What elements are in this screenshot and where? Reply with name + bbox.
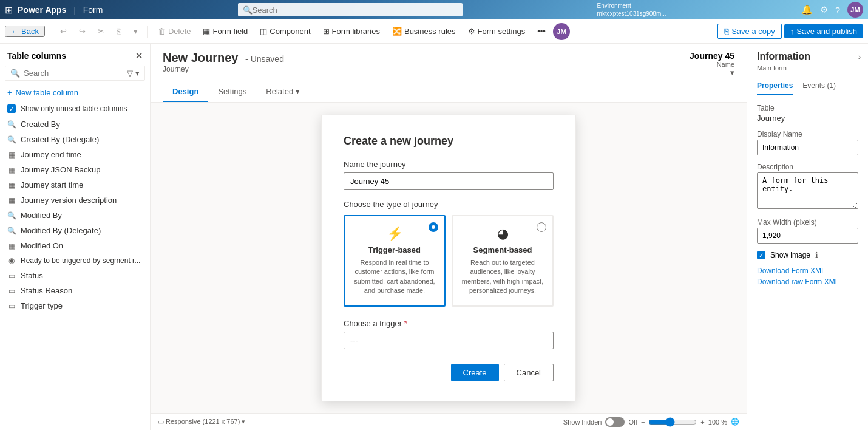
- zoom-plus-icon[interactable]: +: [700, 418, 704, 426]
- form-name-value: Journey 45: [690, 51, 734, 61]
- save-publish-button[interactable]: ↑ Save and publish: [784, 24, 863, 38]
- form-libraries-button[interactable]: ⊞ Form libraries: [318, 24, 385, 38]
- journey-name-input[interactable]: [344, 172, 554, 190]
- col-journey-json[interactable]: ▦ Journey JSON Backup: [0, 162, 150, 177]
- left-panel: Table columns ✕ 🔍 ▽ ▾ + New table column…: [0, 44, 151, 430]
- show-unused-row[interactable]: ✓ Show only unused table columns: [0, 101, 150, 117]
- cancel-button[interactable]: Cancel: [504, 364, 554, 381]
- redo-button[interactable]: ↪: [74, 24, 90, 38]
- create-button[interactable]: Create: [451, 364, 499, 381]
- topbar-search-box[interactable]: 🔍: [238, 3, 463, 16]
- undo-button[interactable]: ↩: [55, 24, 72, 38]
- business-rules-button[interactable]: 🔀 Business rules: [387, 24, 461, 38]
- col-status-reason[interactable]: ▭ Status Reason: [0, 283, 150, 298]
- max-width-label: Max Width (pixels): [757, 218, 858, 227]
- delete-button[interactable]: 🗑 Delete: [153, 24, 196, 38]
- waffle-icon[interactable]: ⊞: [5, 4, 13, 16]
- table-icon: ▦: [7, 196, 16, 205]
- zoom-slider[interactable]: [648, 417, 697, 427]
- tab-events[interactable]: Events (1): [802, 78, 836, 95]
- download-raw-xml-link[interactable]: Download raw Form XML: [757, 278, 858, 286]
- tab-design[interactable]: Design: [163, 82, 208, 102]
- search-icon: 🔍: [7, 227, 16, 235]
- form-subtitle: Journey: [163, 65, 284, 73]
- list-icon: ▭: [7, 271, 16, 280]
- canvas: Create a new journey Name the journey Ch…: [151, 103, 747, 413]
- form-title: New Journey: [163, 51, 238, 64]
- center-panel: New Journey - Unsaved Journey Journey 45…: [151, 44, 747, 430]
- show-image-row: ✓ Show image ℹ: [757, 251, 858, 259]
- form-settings-button[interactable]: ⚙ Form settings: [463, 24, 531, 38]
- table-value: Journey: [757, 114, 858, 123]
- journey-options: ⚡ Trigger-based Respond in real time to …: [344, 215, 554, 307]
- save-publish-icon: ↑: [790, 27, 795, 36]
- name-label: Name the journey: [344, 160, 554, 169]
- environment-info: Environment mktcxptest1031sg908m...: [597, 2, 666, 18]
- back-button[interactable]: ← Back: [5, 26, 45, 37]
- col-modified-by[interactable]: 🔍 Modified By: [0, 208, 150, 223]
- col-created-by-delegate[interactable]: 🔍 Created By (Delegate): [0, 132, 150, 147]
- form-field-button[interactable]: ▦ Form field: [198, 24, 253, 38]
- more-button[interactable]: •••: [532, 24, 551, 38]
- filter-icons: ▽ ▾: [127, 69, 140, 78]
- component-button[interactable]: ◫ Component: [255, 24, 315, 38]
- col-ready-triggered[interactable]: ◉ Ready to be triggered by segment r...: [0, 253, 150, 268]
- max-width-input[interactable]: [757, 228, 858, 244]
- settings-icon[interactable]: ⚙: [820, 4, 828, 15]
- col-created-by[interactable]: 🔍 Created By: [0, 117, 150, 132]
- segment-icon: ◕: [460, 226, 545, 242]
- copy-button[interactable]: ⎘: [112, 24, 126, 38]
- zoom-minus-icon[interactable]: −: [641, 418, 645, 426]
- divider: [50, 26, 50, 38]
- col-trigger-type[interactable]: ▭ Trigger type: [0, 298, 150, 313]
- col-journey-end-time[interactable]: ▦ Journey end time: [0, 147, 150, 162]
- trigger-icon: ⚡: [352, 226, 437, 242]
- responsive-label[interactable]: ▭ Responsive (1221 x 767) ▾: [158, 418, 245, 426]
- filter-icon[interactable]: ▽: [127, 69, 133, 78]
- globe-icon[interactable]: 🌐: [731, 418, 739, 426]
- tab-settings[interactable]: Settings: [208, 82, 256, 102]
- new-table-column-button[interactable]: + New table column: [0, 84, 150, 101]
- segment-based-option[interactable]: ◕ Segment-based Reach out to targeted au…: [452, 215, 554, 307]
- type-label: Choose the type of journey: [344, 200, 554, 209]
- cut-button[interactable]: ✂: [93, 24, 109, 38]
- col-journey-version[interactable]: ▦ Journey version description: [0, 193, 150, 208]
- form-header: New Journey - Unsaved Journey Journey 45…: [151, 44, 747, 103]
- trigger-input[interactable]: [344, 332, 554, 349]
- table-icon: ▦: [7, 242, 16, 250]
- description-textarea[interactable]: A form for this entity.: [757, 172, 858, 209]
- toggle-thumb: [606, 418, 614, 426]
- close-icon[interactable]: ✕: [135, 51, 143, 61]
- display-name-input[interactable]: [757, 140, 858, 155]
- col-journey-start-time[interactable]: ▦ Journey start time: [0, 177, 150, 193]
- column-search-box[interactable]: 🔍 ▽ ▾: [5, 66, 145, 81]
- info-icon: ℹ: [815, 251, 818, 259]
- cmd-avatar: JM: [553, 23, 570, 40]
- separator: |: [73, 5, 75, 15]
- chevron-down-icon[interactable]: ▾: [135, 69, 140, 78]
- show-unused-checkbox[interactable]: ✓: [7, 104, 16, 113]
- notification-icon[interactable]: 🔔: [801, 4, 813, 15]
- col-status[interactable]: ▭ Status: [0, 268, 150, 283]
- col-modified-on[interactable]: ▦ Modified On: [0, 238, 150, 253]
- column-search-input[interactable]: [24, 69, 123, 78]
- expand-icon[interactable]: ›: [858, 52, 861, 61]
- chevron-down-icon[interactable]: ▾: [730, 68, 734, 77]
- right-panel-tabs: Properties Events (1): [747, 78, 868, 95]
- download-form-xml-link[interactable]: Download Form XML: [757, 267, 858, 275]
- plus-icon: +: [7, 88, 12, 97]
- tab-related[interactable]: Related ▾: [256, 82, 310, 102]
- trigger-based-option[interactable]: ⚡ Trigger-based Respond in real time to …: [344, 215, 446, 307]
- dropdown-button[interactable]: ▾: [129, 24, 143, 38]
- save-copy-button[interactable]: ⎘ Save a copy: [717, 24, 782, 39]
- segment-name: Segment-based: [460, 245, 545, 254]
- topbar-search-input[interactable]: [253, 5, 458, 15]
- topbar: ⊞ Power Apps | Form 🔍 Environment mktcxp…: [0, 0, 868, 19]
- col-modified-by-delegate[interactable]: 🔍 Modified By (Delegate): [0, 223, 150, 238]
- tab-properties[interactable]: Properties: [757, 78, 793, 95]
- avatar[interactable]: JM: [847, 2, 863, 18]
- dialog-actions: Create Cancel: [344, 364, 554, 381]
- show-image-checkbox[interactable]: ✓: [757, 251, 765, 259]
- show-hidden-toggle[interactable]: [605, 417, 625, 427]
- help-icon[interactable]: ?: [835, 5, 840, 15]
